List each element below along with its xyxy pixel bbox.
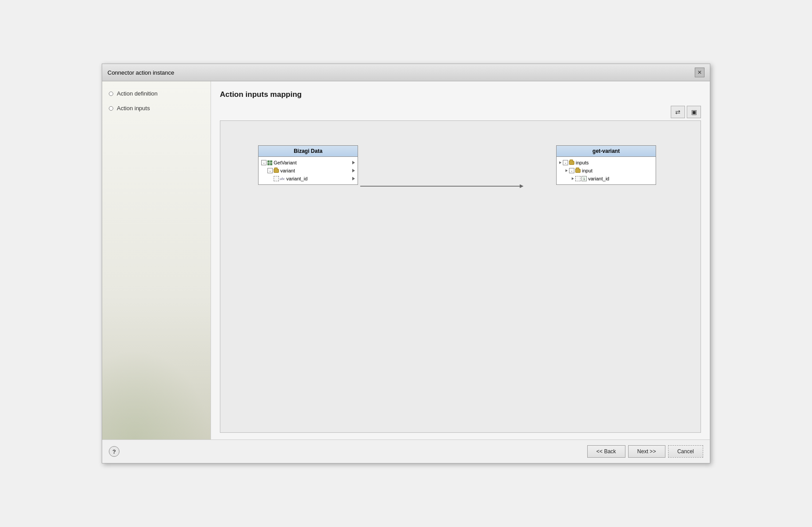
dialog-title: Connector action instance (107, 69, 174, 76)
num-icon: 1 (581, 176, 587, 181)
toolbar-row: ⇄ ▣ (220, 106, 701, 118)
get-variant-table-header: get-variant (557, 146, 656, 157)
sidebar-item-label: Action inputs (117, 105, 150, 112)
row-label: variant_id (287, 176, 308, 181)
expand-icon[interactable]: - (261, 160, 267, 165)
mapping-area: Bizagi Data - GetVariant (220, 120, 701, 433)
sidebar-item-action-inputs[interactable]: Action inputs (109, 105, 204, 112)
table-icon (267, 160, 272, 165)
sidebar-item-action-definition[interactable]: Action definition (109, 90, 204, 97)
bizagi-table-header: Bizagi Data (259, 146, 358, 157)
arrow-icon (352, 161, 355, 164)
row-label: variant_id (588, 176, 609, 181)
row-label: variant (280, 168, 295, 173)
get-variant-table-body: - inputs - input (557, 157, 656, 184)
left-arrow-icon (565, 169, 568, 172)
bottom-right: << Back Next >> Cancel (587, 445, 703, 458)
page-title: Action inputs mapping (220, 90, 701, 99)
bullet-icon (109, 92, 113, 96)
next-button[interactable]: Next >> (628, 445, 665, 458)
connector-action-dialog: Connector action instance ✕ Action defin… (102, 64, 710, 463)
folder-icon (575, 169, 581, 173)
bullet-icon (109, 106, 113, 111)
table-row[interactable]: 1 variant_id (571, 175, 654, 183)
bottom-bar: ? << Back Next >> Cancel (102, 439, 710, 463)
sidebar-item-label: Action definition (117, 90, 158, 97)
abc-icon: abc (280, 177, 285, 181)
table-row[interactable]: abc variant_id (273, 175, 356, 183)
cancel-button[interactable]: Cancel (668, 445, 703, 458)
table-row[interactable]: - inputs (558, 159, 654, 167)
table-row[interactable]: - GetVariant (260, 159, 356, 167)
table-row[interactable]: - input (565, 167, 654, 175)
row-label: GetVariant (274, 160, 297, 165)
arrow-icon (352, 169, 355, 172)
title-bar: Connector action instance ✕ (102, 64, 710, 81)
expand-icon[interactable]: - (569, 168, 574, 173)
folder-icon (274, 169, 279, 173)
arrow-icon (352, 177, 355, 180)
close-button[interactable]: ✕ (695, 68, 705, 77)
help-button[interactable]: ? (109, 446, 119, 457)
table-row[interactable]: - variant (267, 167, 356, 175)
expand-icon[interactable]: - (563, 160, 568, 165)
fit-button[interactable]: ▣ (687, 106, 701, 118)
expand-placeholder (575, 176, 581, 181)
bizagi-data-table: Bizagi Data - GetVariant (258, 145, 358, 185)
bizagi-table-body: - GetVariant - variant (259, 157, 358, 184)
expand-icon (274, 176, 279, 181)
left-arrow-icon (559, 161, 561, 164)
folder-icon (569, 161, 574, 165)
main-content: Action inputs mapping ⇄ ▣ Bizagi Data - (211, 81, 710, 439)
row-label: input (582, 168, 593, 173)
layout-button[interactable]: ⇄ (671, 106, 685, 118)
sidebar: Action definition Action inputs (102, 81, 211, 439)
row-label: inputs (576, 160, 589, 165)
bottom-left: ? (109, 446, 119, 457)
get-variant-table: get-variant - inputs - (556, 145, 656, 185)
dialog-body: Action definition Action inputs Action i… (102, 81, 710, 439)
expand-icon[interactable]: - (267, 168, 273, 173)
left-arrow-icon (572, 177, 574, 180)
back-button[interactable]: << Back (587, 445, 625, 458)
